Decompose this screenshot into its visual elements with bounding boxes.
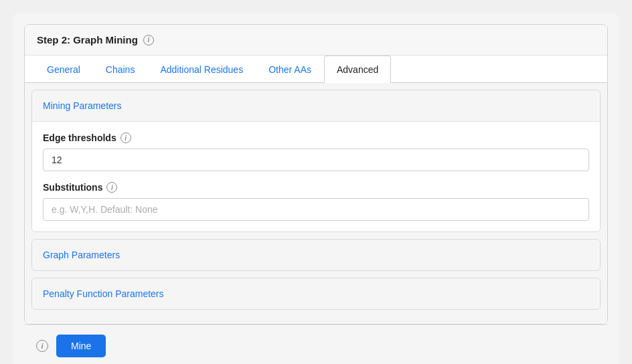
- edge-thresholds-label: Edge thresholds i: [43, 132, 589, 143]
- tabs-bar: General Chains Additional Residues Other…: [25, 56, 607, 83]
- panel-title: Step 2: Graph Mining: [37, 34, 138, 46]
- penalty-function-link[interactable]: Penalty Function Parameters: [43, 288, 164, 299]
- substitutions-label: Substitutions i: [43, 182, 589, 193]
- bottom-bar: i Mine: [24, 325, 608, 364]
- mine-button[interactable]: Mine: [56, 335, 106, 357]
- substitutions-input[interactable]: [43, 198, 589, 221]
- graph-parameters-section: Graph Parameters: [31, 239, 601, 271]
- tab-general[interactable]: General: [34, 56, 93, 83]
- panel-content: Mining Parameters Edge thresholds i Subs…: [25, 83, 607, 324]
- panel-info-icon[interactable]: i: [143, 35, 154, 46]
- tab-other-aas[interactable]: Other AAs: [256, 56, 324, 83]
- tab-chains[interactable]: Chains: [93, 56, 148, 83]
- mining-parameters-section: Mining Parameters Edge thresholds i Subs…: [31, 90, 601, 232]
- substitutions-text: Substitutions: [43, 182, 102, 193]
- panel-header: Step 2: Graph Mining i: [25, 25, 607, 56]
- panel: Step 2: Graph Mining i General Chains Ad…: [24, 24, 608, 325]
- main-container: Step 2: Graph Mining i General Chains Ad…: [13, 13, 619, 364]
- mining-parameters-link[interactable]: Mining Parameters: [43, 100, 122, 111]
- substitutions-info-icon[interactable]: i: [106, 182, 117, 193]
- graph-parameters-link[interactable]: Graph Parameters: [43, 250, 120, 260]
- bottom-info-icon[interactable]: i: [36, 340, 48, 352]
- mining-parameters-body: Edge thresholds i Substitutions i: [32, 121, 600, 232]
- edge-thresholds-input[interactable]: [43, 149, 589, 171]
- penalty-function-section: Penalty Function Parameters: [31, 278, 601, 310]
- mining-parameters-header: Mining Parameters: [32, 90, 600, 121]
- penalty-function-header: Penalty Function Parameters: [32, 278, 600, 309]
- edge-thresholds-info-icon[interactable]: i: [121, 132, 131, 143]
- substitutions-group: Substitutions i: [43, 182, 589, 221]
- tab-additional-residues[interactable]: Additional Residues: [147, 56, 256, 83]
- edge-thresholds-group: Edge thresholds i: [43, 132, 589, 171]
- graph-parameters-header: Graph Parameters: [32, 240, 600, 270]
- tab-advanced[interactable]: Advanced: [324, 56, 391, 83]
- edge-thresholds-text: Edge thresholds: [43, 132, 116, 143]
